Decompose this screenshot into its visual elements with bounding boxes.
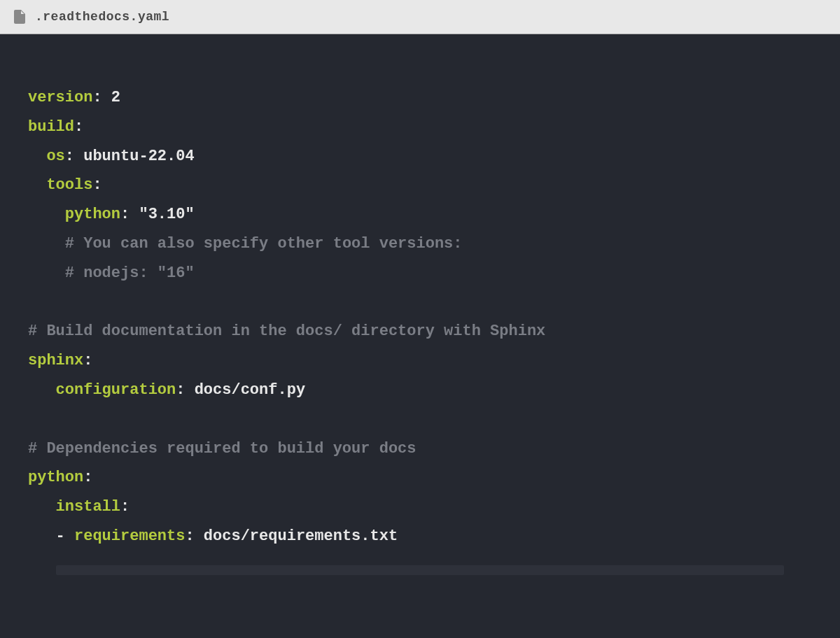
- code-line: python:: [28, 463, 812, 492]
- code-line: build:: [28, 113, 812, 142]
- yaml-comment: # You can also specify other tool versio…: [65, 235, 463, 253]
- code-line: tools:: [28, 171, 812, 200]
- yaml-string: "3.10": [139, 206, 194, 223]
- yaml-comment: # Build documentation in the docs/ direc…: [28, 322, 545, 340]
- code-line: os: ubuntu-22.04: [28, 142, 812, 171]
- yaml-punct: :: [120, 206, 139, 223]
- code-line: # You can also specify other tool versio…: [28, 229, 812, 259]
- yaml-indent: [28, 264, 65, 282]
- yaml-punct: :: [120, 498, 130, 516]
- yaml-value: docs/conf.py: [195, 381, 305, 399]
- code-line: # Dependencies required to build your do…: [28, 434, 812, 464]
- yaml-value: docs/requirements.txt: [204, 527, 398, 545]
- file-icon: [14, 10, 25, 24]
- yaml-indent: [28, 206, 65, 223]
- code-line: - requirements: docs/requirements.txt: [28, 522, 812, 551]
- yaml-indent: [28, 498, 56, 516]
- yaml-punct: :: [83, 469, 92, 486]
- yaml-value: 2: [111, 89, 120, 106]
- yaml-indent: [28, 381, 56, 399]
- yaml-key: python: [28, 469, 83, 486]
- code-line: # nodejs: "16": [28, 259, 812, 288]
- yaml-key: configuration: [56, 381, 176, 399]
- yaml-indent: [28, 148, 46, 165]
- yaml-value: ubuntu-22.04: [83, 148, 194, 165]
- yaml-key: python: [65, 206, 120, 223]
- code-line-blank: [28, 405, 812, 434]
- yaml-key: install: [56, 498, 120, 516]
- yaml-comment: # nodejs: "16": [65, 264, 195, 282]
- yaml-punct: :: [65, 148, 83, 165]
- yaml-comment: # Dependencies required to build your do…: [28, 440, 416, 458]
- code-viewer[interactable]: version: 2 build: os: ubuntu-22.04 tools…: [0, 34, 840, 603]
- yaml-punct: :: [83, 352, 92, 369]
- yaml-punct: :: [92, 176, 102, 194]
- yaml-key: requirements: [74, 527, 185, 545]
- yaml-punct: :: [185, 527, 203, 545]
- code-line-blank: [28, 288, 812, 318]
- yaml-key: sphinx: [28, 352, 83, 369]
- code-line: # Build documentation in the docs/ direc…: [28, 317, 812, 346]
- yaml-key: os: [46, 148, 64, 165]
- file-header: .readthedocs.yaml: [0, 0, 840, 34]
- yaml-key: tools: [46, 176, 92, 194]
- filename-label: .readthedocs.yaml: [35, 10, 169, 24]
- horizontal-scrollbar[interactable]: [56, 565, 784, 575]
- yaml-punct: :: [74, 118, 83, 136]
- yaml-indent: [28, 176, 46, 194]
- code-line: install:: [28, 492, 812, 522]
- yaml-indent: [28, 235, 65, 253]
- yaml-punct: :: [92, 89, 111, 106]
- yaml-indent: [28, 527, 56, 545]
- code-line: configuration: docs/conf.py: [28, 376, 812, 405]
- code-line: version: 2: [28, 83, 812, 113]
- yaml-key: version: [28, 89, 92, 106]
- code-line: python: "3.10": [28, 200, 812, 229]
- yaml-punct: :: [176, 381, 194, 399]
- yaml-key: build: [28, 118, 74, 136]
- yaml-dash: -: [56, 527, 74, 545]
- code-line: sphinx:: [28, 346, 812, 376]
